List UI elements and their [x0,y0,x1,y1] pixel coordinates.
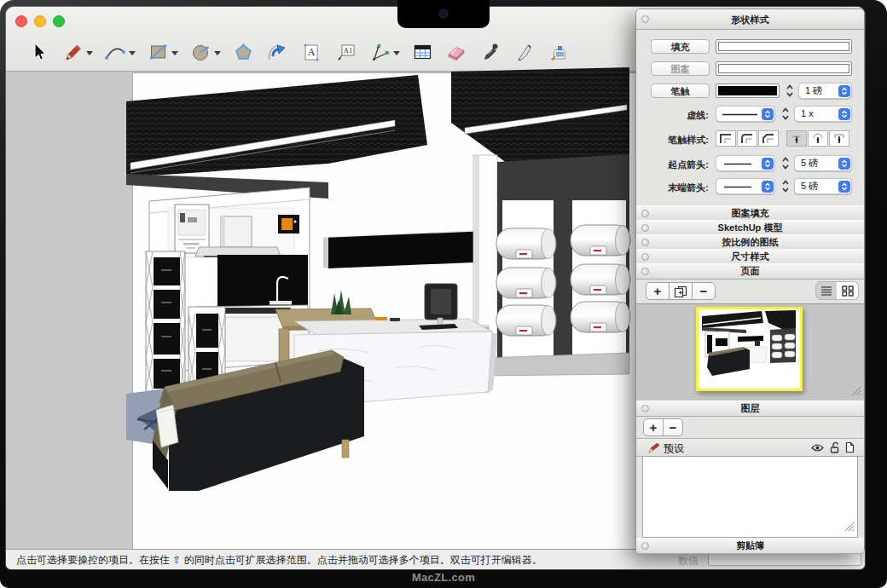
end-arrow-preview [721,179,759,195]
dash-scale-dropdown[interactable]: 1 x [794,106,852,122]
text-tool-icon: A [301,42,322,62]
layer-visibility-eye-icon[interactable] [811,443,824,453]
join-miter-button[interactable] [716,130,736,147]
circle-tool-button[interactable] [188,39,212,65]
polygon-tool-button[interactable] [231,39,255,65]
dimension-tool-button[interactable] [368,39,391,65]
grid-view-icon [842,285,854,297]
layer-row[interactable]: 预设 [636,438,864,457]
join-tool-button[interactable] [547,39,571,65]
disclosure-dot-icon[interactable] [641,268,649,275]
layer-lock-icon[interactable] [830,441,840,453]
stroke-width-stepper[interactable] [785,83,795,99]
zoom-button[interactable] [53,15,65,27]
dash-preview-line [721,107,759,123]
cap-square-button[interactable] [829,130,849,147]
cap-round-button[interactable] [808,130,828,147]
resize-grip-icon[interactable] [851,384,861,400]
arc-tool-button[interactable] [103,39,127,65]
text-tool-button[interactable]: A [299,39,323,65]
section-scrapbook-header[interactable]: 剪贴簿 [636,538,864,554]
remove-layer-button[interactable]: − [663,418,683,436]
disclosure-dot-icon[interactable] [641,15,649,23]
disclosure-dot-icon[interactable] [641,405,649,412]
disclosure-dot-icon[interactable] [641,224,649,232]
table-icon [412,42,433,62]
polygon-icon [233,42,254,63]
duplicate-page-icon [674,285,687,297]
arc-tool-dropdown[interactable] [129,51,136,55]
pattern-toggle-button[interactable]: 图案 [651,61,710,76]
start-arrow-dropdown[interactable] [716,155,775,171]
dimension-style-title: 尺寸样式 [732,251,769,262]
table-tool-button[interactable] [410,39,434,65]
start-arrow-size-stepper[interactable] [780,155,791,171]
join-bevel-button[interactable] [758,130,779,147]
active-layer-pencil-icon [648,442,660,453]
eyedropper-icon [481,42,500,63]
join-round-button[interactable] [737,130,757,147]
eraser-tool-button[interactable] [444,39,468,65]
section-shape-style-header[interactable]: 形状样式 [636,9,864,30]
section-layers-header[interactable]: 图层 [636,401,864,417]
circle-icon [190,42,212,63]
end-arrow-size-stepper[interactable] [780,178,791,194]
chevron-updown-icon [762,108,774,120]
page-grid-view-button[interactable] [837,281,859,300]
select-tool-button[interactable] [26,39,50,65]
stroke-width-dropdown[interactable]: 1 磅 [798,83,852,99]
line-tool-dropdown[interactable] [86,51,93,55]
duplicate-page-button[interactable] [669,282,693,300]
close-button[interactable] [15,15,27,27]
measurement-input[interactable] [708,552,861,566]
style-tool-button[interactable] [478,39,502,65]
brand-watermark: MacZL.com [412,571,475,584]
stroke-toggle-button[interactable]: 笔触 [651,84,710,98]
stroke-color-well[interactable] [716,84,780,98]
section-pages-header[interactable]: 页面 [636,263,864,280]
line-tool-button[interactable] [61,39,84,65]
end-arrow-size-dropdown[interactable]: 5 磅 [794,178,852,194]
dash-scale-stepper[interactable] [780,106,791,122]
chevron-updown-icon [838,158,850,170]
start-arrow-preview [721,156,759,172]
cap-butt-button[interactable] [786,130,807,147]
minimize-button[interactable] [34,15,46,27]
page-list-view-button[interactable] [815,281,838,300]
disclosure-dot-icon[interactable] [641,542,649,550]
add-page-button[interactable]: + [646,282,670,300]
resize-grip-icon[interactable] [844,520,855,535]
arc-icon [104,42,126,62]
rectangle-tool-dropdown[interactable] [171,51,178,55]
inspector-tray: 形状样式 填充 图案 笔触 1 磅 虚线: 1 x 笔触样式: [635,9,865,553]
add-layer-button[interactable]: + [643,418,664,436]
circle-tool-dropdown[interactable] [214,51,221,55]
offset-tool-button[interactable] [265,39,289,65]
sketchup-model-title: SketchUp 模型 [718,222,783,233]
fill-toggle-button[interactable]: 填充 [651,39,710,54]
scaled-drawing-title: 按比例的图纸 [722,237,779,247]
start-arrow-size-dropdown[interactable]: 5 磅 [794,155,852,171]
remove-page-button[interactable]: − [692,282,716,300]
layer-list[interactable] [642,456,858,538]
offset-arrow-icon [266,42,288,63]
split-tool-button[interactable] [513,39,536,65]
pages-title: 页面 [741,266,760,276]
pattern-well[interactable] [716,61,852,76]
layer-share-page-icon[interactable] [845,441,855,453]
end-arrow-dropdown[interactable] [716,178,775,194]
disclosure-dot-icon[interactable] [641,239,649,246]
stroke-width-value: 1 磅 [805,84,822,98]
disclosure-dot-icon[interactable] [641,253,649,261]
dash-pattern-dropdown[interactable] [716,106,775,122]
disclosure-dot-icon[interactable] [641,210,649,217]
bezel-brand-bar: MacZL.com [0,569,887,588]
fill-color-well[interactable] [716,39,852,54]
chevron-updown-icon [838,85,850,97]
split-knife-icon [515,42,535,63]
page-thumbnail-selected[interactable] [696,307,803,391]
label-tool-button[interactable]: A1 [333,39,357,65]
dimension-tool-dropdown[interactable] [393,51,400,55]
rectangle-tool-button[interactable] [146,39,170,65]
status-hint: 点击可选择要操控的项目。在按住 ⇧ 的同时点击可扩展选择范围。点击并拖动可选择多… [16,553,542,568]
